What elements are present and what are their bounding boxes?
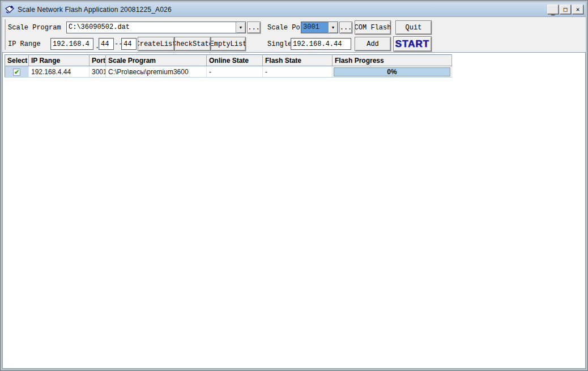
empty-list-button[interactable]: EmptyList: [211, 37, 246, 51]
check-state-button[interactable]: CheckState: [174, 37, 211, 51]
column-header-scale-program[interactable]: Scale Program: [106, 55, 207, 66]
table-header-row: Select IP Range Port Scale Program Onlin…: [5, 55, 452, 66]
create-list-button[interactable]: CreateList: [138, 37, 174, 51]
column-header-flash-state[interactable]: Flash State: [263, 55, 333, 66]
table-row: ✔ 192.168.4.44 3001 C:\Pro\весы\premium3…: [5, 66, 452, 78]
ip-from-input[interactable]: [99, 38, 114, 50]
client-area: Select IP Range Port Scale Program Onlin…: [2, 52, 586, 369]
browse-port-button[interactable]: ...: [339, 22, 352, 33]
start-button[interactable]: START: [393, 36, 432, 52]
row-checkbox-checked[interactable]: ✔: [13, 69, 20, 76]
scale-port-label: Scale Por: [267, 24, 304, 32]
cell-scale-program: C:\Pro\весы\premium3600: [106, 66, 207, 78]
add-button[interactable]: Add: [355, 37, 391, 51]
cell-select: ✔: [5, 66, 29, 78]
browse-program-button[interactable]: ...: [247, 22, 261, 33]
window-title: Scale Network Flash Application 20081225…: [18, 6, 547, 14]
app-window: Scale Network Flash Application 20081225…: [0, 0, 588, 371]
minimize-button[interactable]: _: [547, 5, 559, 14]
column-header-ip-range[interactable]: IP Range: [29, 55, 90, 66]
chevron-down-icon[interactable]: ▼: [328, 22, 338, 33]
chevron-down-icon[interactable]: ▼: [236, 22, 245, 33]
close-button[interactable]: ✕: [572, 5, 583, 14]
cell-port: 3001: [90, 66, 106, 78]
scale-program-value: C:\36090502.dat: [67, 22, 236, 33]
cell-online-state: -: [207, 66, 263, 78]
device-table: Select IP Range Port Scale Program Onlin…: [5, 54, 452, 78]
title-bar: Scale Network Flash Application 20081225…: [2, 2, 586, 17]
toolbar: Scale Program C:\36090502.dat ▼ ... Scal…: [2, 17, 586, 52]
toolbar-gripper[interactable]: [4, 19, 6, 50]
single-ip-input[interactable]: [291, 38, 351, 50]
ip-to-input[interactable]: [121, 38, 137, 50]
app-icon: [5, 5, 15, 14]
scale-program-label: Scale Program: [8, 24, 61, 32]
single-label: Single: [267, 40, 292, 48]
flash-progress-bar: 0%: [334, 67, 450, 76]
column-header-port[interactable]: Port: [90, 55, 106, 66]
column-header-online-state[interactable]: Online State: [207, 55, 263, 66]
quit-button[interactable]: Quit: [395, 20, 432, 35]
scale-port-combobox[interactable]: 3001 ▼: [301, 22, 338, 33]
ip-base-input[interactable]: [50, 38, 93, 50]
window-controls: _ □ ✕: [547, 5, 583, 14]
maximize-button[interactable]: □: [560, 5, 571, 14]
column-header-flash-progress[interactable]: Flash Progress: [333, 55, 452, 66]
cell-flash-state: -: [263, 66, 333, 78]
cell-flash-progress: 0%: [333, 66, 452, 78]
cell-ip-range: 192.168.4.44: [29, 66, 90, 78]
scale-port-value: 3001: [301, 22, 328, 33]
com-flash-button[interactable]: COM Flash: [355, 20, 391, 35]
scale-program-combobox[interactable]: C:\36090502.dat ▼: [66, 22, 246, 33]
ip-range-label: IP Range: [8, 40, 41, 48]
column-header-select[interactable]: Select: [5, 55, 29, 66]
